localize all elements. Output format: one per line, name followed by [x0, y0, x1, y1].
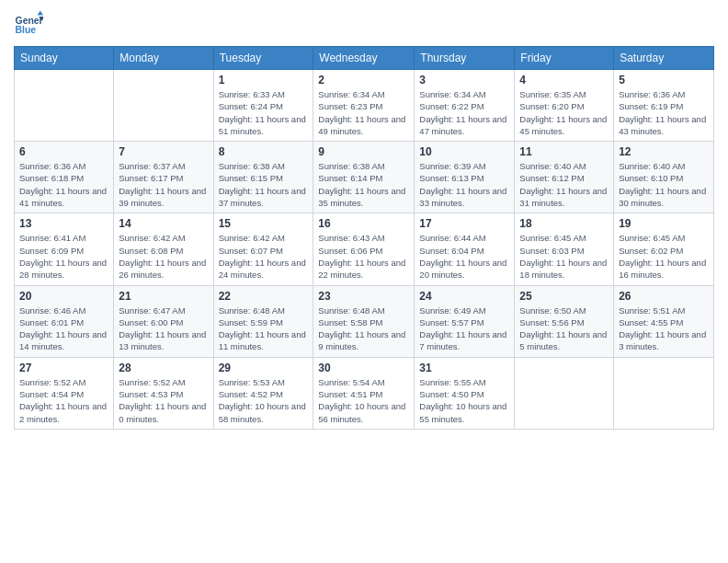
day-number: 13 — [19, 217, 108, 230]
day-number: 20 — [19, 290, 108, 303]
calendar-cell — [15, 70, 114, 142]
calendar-cell: 14Sunrise: 6:42 AM Sunset: 6:08 PM Dayli… — [114, 213, 213, 285]
day-number: 11 — [519, 145, 609, 158]
day-info: Sunrise: 6:45 AM Sunset: 6:03 PM Dayligh… — [519, 232, 609, 281]
day-info: Sunrise: 5:52 AM Sunset: 4:54 PM Dayligh… — [19, 376, 108, 425]
day-info: Sunrise: 6:39 AM Sunset: 6:13 PM Dayligh… — [419, 160, 509, 209]
calendar-header-saturday: Saturday — [614, 47, 714, 70]
calendar-cell: 29Sunrise: 5:53 AM Sunset: 4:52 PM Dayli… — [213, 357, 313, 429]
calendar-cell: 21Sunrise: 6:47 AM Sunset: 6:00 PM Dayli… — [114, 285, 213, 357]
calendar-week-5: 27Sunrise: 5:52 AM Sunset: 4:54 PM Dayli… — [15, 357, 714, 429]
day-info: Sunrise: 6:44 AM Sunset: 6:04 PM Dayligh… — [419, 232, 509, 281]
calendar-cell: 17Sunrise: 6:44 AM Sunset: 6:04 PM Dayli… — [415, 213, 515, 285]
day-info: Sunrise: 6:34 AM Sunset: 6:23 PM Dayligh… — [318, 88, 409, 137]
day-number: 30 — [318, 362, 409, 374]
calendar-cell: 27Sunrise: 5:52 AM Sunset: 4:54 PM Dayli… — [15, 357, 114, 429]
day-info: Sunrise: 6:35 AM Sunset: 6:20 PM Dayligh… — [519, 88, 609, 137]
day-number: 29 — [219, 362, 309, 374]
day-info: Sunrise: 6:42 AM Sunset: 6:08 PM Dayligh… — [119, 232, 208, 281]
day-info: Sunrise: 6:40 AM Sunset: 6:10 PM Dayligh… — [619, 160, 709, 209]
day-number: 24 — [419, 290, 509, 303]
day-number: 7 — [119, 145, 208, 158]
calendar-cell: 26Sunrise: 5:51 AM Sunset: 4:55 PM Dayli… — [614, 285, 714, 357]
day-info: Sunrise: 5:55 AM Sunset: 4:50 PM Dayligh… — [419, 376, 509, 425]
day-info: Sunrise: 6:33 AM Sunset: 6:24 PM Dayligh… — [219, 88, 309, 137]
day-number: 25 — [519, 290, 609, 303]
day-info: Sunrise: 6:42 AM Sunset: 6:07 PM Dayligh… — [219, 232, 309, 281]
day-number: 31 — [419, 362, 509, 374]
calendar-cell: 6Sunrise: 6:36 AM Sunset: 6:18 PM Daylig… — [15, 142, 114, 213]
calendar-header-sunday: Sunday — [15, 47, 114, 70]
calendar-header-tuesday: Tuesday — [213, 47, 313, 70]
day-info: Sunrise: 6:48 AM Sunset: 5:58 PM Dayligh… — [318, 304, 409, 353]
day-number: 21 — [119, 290, 208, 303]
calendar-week-3: 13Sunrise: 6:41 AM Sunset: 6:09 PM Dayli… — [15, 213, 714, 285]
day-number: 12 — [619, 145, 709, 158]
calendar-cell: 30Sunrise: 5:54 AM Sunset: 4:51 PM Dayli… — [313, 357, 415, 429]
day-info: Sunrise: 5:52 AM Sunset: 4:53 PM Dayligh… — [119, 376, 208, 425]
calendar-cell: 3Sunrise: 6:34 AM Sunset: 6:22 PM Daylig… — [415, 70, 515, 142]
day-info: Sunrise: 6:36 AM Sunset: 6:19 PM Dayligh… — [619, 88, 709, 137]
calendar-cell — [614, 357, 714, 429]
calendar-cell: 11Sunrise: 6:40 AM Sunset: 6:12 PM Dayli… — [515, 142, 614, 213]
calendar-week-4: 20Sunrise: 6:46 AM Sunset: 6:01 PM Dayli… — [15, 285, 714, 357]
day-number: 27 — [19, 362, 108, 374]
day-info: Sunrise: 6:37 AM Sunset: 6:17 PM Dayligh… — [119, 160, 208, 209]
page: General Blue SundayMondayTuesdayWednesda… — [0, 0, 728, 563]
calendar-cell: 9Sunrise: 6:38 AM Sunset: 6:14 PM Daylig… — [313, 142, 415, 213]
day-number: 22 — [219, 290, 309, 303]
calendar: SundayMondayTuesdayWednesdayThursdayFrid… — [14, 46, 714, 430]
calendar-header-friday: Friday — [515, 47, 614, 70]
day-number: 4 — [519, 74, 609, 86]
calendar-cell: 12Sunrise: 6:40 AM Sunset: 6:10 PM Dayli… — [614, 142, 714, 213]
day-info: Sunrise: 5:51 AM Sunset: 4:55 PM Dayligh… — [619, 304, 709, 353]
day-number: 19 — [619, 217, 709, 230]
calendar-cell: 22Sunrise: 6:48 AM Sunset: 5:59 PM Dayli… — [213, 285, 313, 357]
svg-text:Blue: Blue — [16, 25, 37, 35]
day-info: Sunrise: 6:50 AM Sunset: 5:56 PM Dayligh… — [519, 304, 609, 353]
calendar-header-wednesday: Wednesday — [313, 47, 415, 70]
day-info: Sunrise: 6:34 AM Sunset: 6:22 PM Dayligh… — [419, 88, 509, 137]
day-number: 26 — [619, 290, 709, 303]
calendar-header-thursday: Thursday — [415, 47, 515, 70]
day-number: 10 — [419, 145, 509, 158]
calendar-body: 1Sunrise: 6:33 AM Sunset: 6:24 PM Daylig… — [15, 70, 714, 430]
calendar-header-row: SundayMondayTuesdayWednesdayThursdayFrid… — [15, 47, 714, 70]
calendar-cell: 23Sunrise: 6:48 AM Sunset: 5:58 PM Dayli… — [313, 285, 415, 357]
calendar-header-monday: Monday — [114, 47, 213, 70]
header: General Blue — [14, 9, 714, 39]
calendar-cell: 10Sunrise: 6:39 AM Sunset: 6:13 PM Dayli… — [415, 142, 515, 213]
calendar-cell: 5Sunrise: 6:36 AM Sunset: 6:19 PM Daylig… — [614, 70, 714, 142]
day-info: Sunrise: 6:48 AM Sunset: 5:59 PM Dayligh… — [219, 304, 309, 353]
calendar-cell — [515, 357, 614, 429]
day-info: Sunrise: 5:53 AM Sunset: 4:52 PM Dayligh… — [219, 376, 309, 425]
day-info: Sunrise: 6:41 AM Sunset: 6:09 PM Dayligh… — [19, 232, 108, 281]
calendar-cell: 2Sunrise: 6:34 AM Sunset: 6:23 PM Daylig… — [313, 70, 415, 142]
day-number: 2 — [318, 74, 409, 86]
day-number: 18 — [519, 217, 609, 230]
day-info: Sunrise: 6:47 AM Sunset: 6:00 PM Dayligh… — [119, 304, 208, 353]
calendar-cell: 7Sunrise: 6:37 AM Sunset: 6:17 PM Daylig… — [114, 142, 213, 213]
calendar-cell: 16Sunrise: 6:43 AM Sunset: 6:06 PM Dayli… — [313, 213, 415, 285]
day-number: 16 — [318, 217, 409, 230]
day-number: 8 — [219, 145, 309, 158]
calendar-cell: 28Sunrise: 5:52 AM Sunset: 4:53 PM Dayli… — [114, 357, 213, 429]
day-number: 1 — [219, 74, 309, 86]
logo-icon: General Blue — [14, 9, 43, 39]
day-number: 14 — [119, 217, 208, 230]
day-number: 5 — [619, 74, 709, 86]
calendar-cell: 15Sunrise: 6:42 AM Sunset: 6:07 PM Dayli… — [213, 213, 313, 285]
calendar-week-2: 6Sunrise: 6:36 AM Sunset: 6:18 PM Daylig… — [15, 142, 714, 213]
calendar-cell — [114, 70, 213, 142]
day-info: Sunrise: 6:38 AM Sunset: 6:14 PM Dayligh… — [318, 160, 409, 209]
calendar-week-1: 1Sunrise: 6:33 AM Sunset: 6:24 PM Daylig… — [15, 70, 714, 142]
day-info: Sunrise: 5:54 AM Sunset: 4:51 PM Dayligh… — [318, 376, 409, 425]
day-number: 17 — [419, 217, 509, 230]
calendar-cell: 1Sunrise: 6:33 AM Sunset: 6:24 PM Daylig… — [213, 70, 313, 142]
day-number: 23 — [318, 290, 409, 303]
calendar-cell: 31Sunrise: 5:55 AM Sunset: 4:50 PM Dayli… — [415, 357, 515, 429]
day-info: Sunrise: 6:38 AM Sunset: 6:15 PM Dayligh… — [219, 160, 309, 209]
calendar-cell: 19Sunrise: 6:45 AM Sunset: 6:02 PM Dayli… — [614, 213, 714, 285]
calendar-cell: 25Sunrise: 6:50 AM Sunset: 5:56 PM Dayli… — [515, 285, 614, 357]
day-number: 28 — [119, 362, 208, 374]
